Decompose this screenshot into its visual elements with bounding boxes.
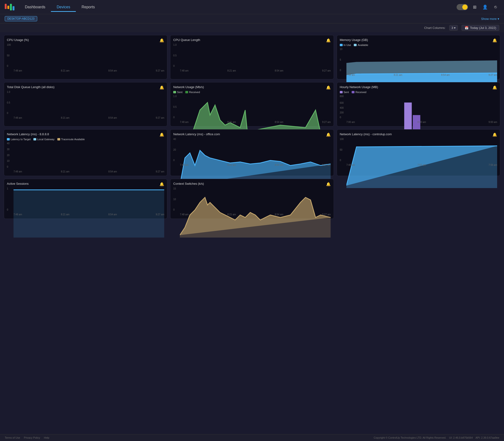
chart-columns-select[interactable]: 3 ▾ [449,25,458,31]
y-axis: 15100 [173,187,180,211]
main-content: CPU Usage (%) 🔔 100500 7:48 am8:21 am8:5… [0,32,504,434]
chart-network-usage: Network Usage (Mb/s) 🔔 Sent Received 1.0… [170,82,334,126]
chart-controls-bar: Chart Columns: 3 ▾ 📅 Today (Jul 3, 2022) [0,23,504,32]
chart-svg [180,187,331,237]
calendar-icon: 📅 [465,26,469,30]
theme-toggle[interactable] [457,4,468,10]
chevron-down-icon: ▾ [498,17,499,21]
chevron-down-icon: ▾ [454,26,456,30]
chart-area: 100500 7:48 am7:52 am7:56 am [340,138,497,166]
chart-area: 40200 7:48 am8:21 am8:54 am9:27 am [173,138,331,166]
chart-area: 403020100 7:48 am8:21 am8:54 am9:27 am [7,142,164,173]
chart-legend: Sent Received [173,91,331,94]
chart-title: Network Usage (Mb/s) [173,85,331,89]
date-picker[interactable]: 📅 Today (Jul 3, 2022) [462,25,499,31]
alert-bell-icon[interactable]: 🔔 [160,132,164,137]
legend-color [340,44,343,46]
legend-available: Available [354,44,368,47]
alert-bell-icon[interactable]: 🔔 [160,85,164,90]
chart-columns-label: Chart Columns: [424,26,445,30]
logo-bar-blue [13,6,15,10]
y-axis: 10 [7,187,14,211]
logo-bar-green [10,4,12,10]
x-axis: 7:48 am8:21 am8:54 am9:27 am [180,121,331,123]
show-more-button[interactable]: Show more ▾ [481,17,499,21]
app-header: Dashboards Devices Reports ⊞ 👤 ⎋ [0,0,504,14]
alert-bell-icon[interactable]: 🔔 [160,182,164,186]
device-info: DESKTOP-ABCD123 [5,16,37,21]
x-axis: 7:48 am8:21 am8:54 am9:27 am [14,69,164,72]
alert-bell-icon[interactable]: 🔔 [326,38,331,43]
alert-bell-icon[interactable]: 🔔 [160,38,164,43]
app-footer: Terms of Use Privacy Policy Help Copyrig… [0,434,504,441]
chart-area: 1.00.50 7:48 am8:21 am8:54 am9:27 am [7,91,164,119]
y-axis: 100500 [340,138,346,161]
chart-area: 1050 7:48 am8:21 am8:54 am9:27 am [340,48,497,76]
chart-title: CPU Queue Length [173,38,331,42]
chart-title: CPU Usage (%) [7,38,164,42]
chart-title: Memory Usage (GB) [340,38,497,42]
legend-sent: Sent [340,91,349,94]
nav-dashboards[interactable]: Dashboards [19,3,51,12]
nav-reports[interactable]: Reports [76,3,100,12]
x-axis: 7:48 am8:21 am8:54 am9:27 am [14,213,164,216]
app-logo [5,4,15,10]
chart-cpu-usage: CPU Usage (%) 🔔 100500 7:48 am8:21 am8:5… [4,35,167,79]
main-nav: Dashboards Devices Reports [19,3,100,11]
terms-link[interactable]: Terms of Use [5,436,20,439]
chart-title: Network Latency (ms) - office.com [173,132,331,136]
nav-devices[interactable]: Devices [51,3,76,12]
alert-bell-icon[interactable]: 🔔 [326,85,331,90]
chart-latency-office: Network Latency (ms) - office.com 🔔 4020… [170,129,334,176]
chart-title: Total Disk Queue Length (all disks) [7,85,164,89]
help-link[interactable]: Help [44,436,49,439]
y-axis: 1.00.50 [173,44,180,67]
alert-bell-icon[interactable]: 🔔 [492,85,497,90]
chart-disk-queue: Total Disk Queue Length (all disks) 🔔 1.… [4,82,167,126]
x-axis: 7:00 am8:00 am9:00 am [346,121,497,123]
device-badge: DESKTOP-ABCD123 [5,16,37,21]
legend-color [185,91,188,93]
theme-toggle-knob [462,4,468,10]
logo-bar-orange [7,6,9,9]
chart-memory-usage: Memory Usage (GB) 🔔 In Use Available 105… [337,35,500,79]
chart-legend: Latency to Target Local Gateway Tracerou… [7,138,164,141]
chart-area: 15100 7:48 am8:21 am8:54 am9:27 am [173,187,331,216]
x-axis: 7:48 am7:52 am7:56 am [346,164,497,166]
footer-copyright: Copyright © ControlUp Technologies LTD. … [374,436,499,439]
y-axis: 40200 [173,138,180,161]
top-bar: DESKTOP-ABCD123 Show more ▾ [0,14,504,23]
alert-bell-icon[interactable]: 🔔 [492,132,497,137]
legend-local-gateway: Local Gateway [33,138,54,141]
alert-bell-icon[interactable]: 🔔 [326,182,331,186]
legend-color [354,44,357,46]
legend-latency-target: Latency to Target [7,138,31,141]
legend-received: Received [185,91,200,94]
logo-bar-red [5,4,7,9]
grid-icon[interactable]: ⊞ [471,3,478,11]
legend-color [33,138,36,141]
user-icon[interactable]: 👤 [481,3,489,11]
chart-area: 100500 7:48 am8:21 am8:54 am9:27 am [7,44,164,72]
exit-icon[interactable]: ⎋ [492,3,499,11]
legend-color [352,91,355,93]
chart-area: 10 7:48 am8:21 am8:54 am9:27 am [7,187,164,216]
x-axis: 7:48 am8:21 am8:54 am9:27 am [14,117,164,119]
legend-traceroute: Traceroute Available [57,138,85,141]
chart-area: 1.00.50 7:48 am8:21 am8:54 am9:27 am [173,95,331,123]
chart-title: Context Switches (k/s) [173,182,331,186]
chart-context-switches: Context Switches (k/s) 🔔 15100 7:48 am8:… [170,179,334,219]
alert-bell-icon[interactable]: 🔔 [326,132,331,137]
chart-svg [14,187,164,237]
legend-color [7,138,10,141]
chart-legend: Sent Received [340,91,497,94]
x-axis: 7:48 am8:21 am8:54 am9:27 am [180,213,331,216]
x-axis: 7:48 am8:21 am8:54 am9:27 am [14,170,164,173]
chart-grid-row1: CPU Usage (%) 🔔 100500 7:48 am8:21 am8:5… [4,35,500,176]
privacy-link[interactable]: Privacy Policy [24,436,40,439]
chart-latency-controlup: Network Latency (ms) - controlup.com 🔔 1… [337,129,500,176]
legend-color [173,91,176,93]
header-actions: ⊞ 👤 ⎋ [457,3,499,11]
alert-bell-icon[interactable]: 🔔 [492,38,497,43]
chart-title: Hourly Network Usage (MB) [340,85,497,89]
